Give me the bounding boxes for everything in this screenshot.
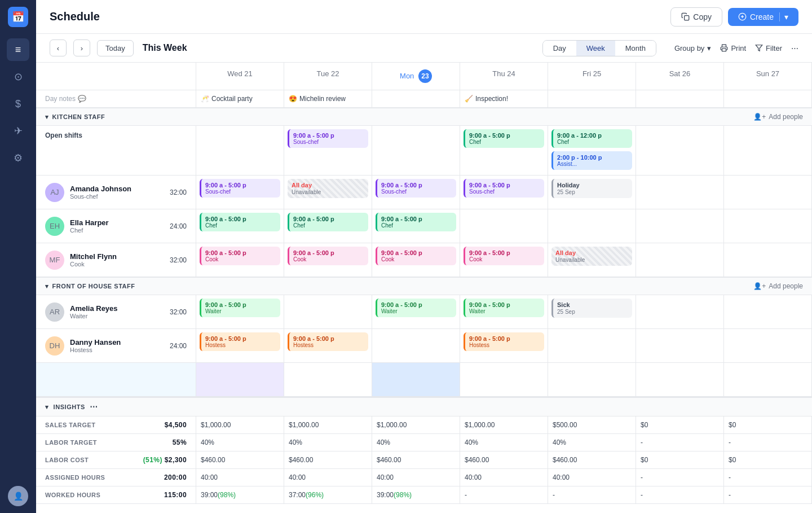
open-shift-mon-kitchen[interactable] [372, 126, 460, 176]
danny-tue[interactable]: 9:00 a - 5:00 p Hostess [284, 329, 372, 363]
mitchel-fri-unavailable[interactable]: All dayUnavailable [551, 247, 632, 266]
amelia-wed[interactable]: 9:00 a - 5:00 p Waiter [196, 295, 284, 329]
ella-fri[interactable] [548, 209, 636, 243]
mitchel-sat[interactable] [636, 243, 724, 277]
amanda-sun[interactable] [724, 176, 812, 209]
ella-mon[interactable]: 9:00 a - 5:00 p Chef [372, 209, 460, 243]
amanda-tue-unavailable[interactable]: All dayUnavailable [288, 179, 368, 198]
amelia-tue[interactable] [284, 295, 372, 329]
danny-wed-shift[interactable]: 9:00 a - 5:00 p Hostess [200, 332, 280, 351]
foh-chevron-down-icon[interactable]: ▾ [45, 283, 49, 290]
ella-sun[interactable] [724, 209, 812, 243]
mitchel-mon[interactable]: 9:00 a - 5:00 p Cook [372, 243, 460, 277]
open-shift-block-thu-kitchen[interactable]: 9:00 a - 5:00 p Chef [464, 129, 544, 148]
mitchel-wed[interactable]: 9:00 a - 5:00 p Cook [196, 243, 284, 277]
mitchel-fri[interactable]: All dayUnavailable [548, 243, 636, 277]
amanda-fri-holiday[interactable]: Holiday25 Sep [551, 179, 632, 198]
mitchel-wed-shift[interactable]: 9:00 a - 5:00 p Cook [200, 247, 280, 265]
user-avatar[interactable]: 👤 [8, 486, 28, 506]
amelia-fri-sick[interactable]: Sick25 Sep [551, 299, 632, 318]
day-notes-fri[interactable] [548, 90, 636, 108]
open-shift-fri-b-kitchen[interactable]: 2:00 p - 10:00 p Assist... [551, 151, 632, 170]
amanda-sat[interactable] [636, 176, 724, 209]
day-notes-thu[interactable]: 🧹 Inspection! [460, 90, 548, 108]
danny-thu[interactable]: 9:00 a - 5:00 p Hostess [460, 329, 548, 363]
amanda-wed-shift[interactable]: 9:00 a - 5:00 p Sous-chef [200, 179, 280, 198]
open-shift-sun-kitchen[interactable] [724, 126, 812, 176]
danny-wed[interactable]: 9:00 a - 5:00 p Hostess [196, 329, 284, 363]
mitchel-tue[interactable]: 9:00 a - 5:00 p Cook [284, 243, 372, 277]
ella-thu[interactable] [460, 209, 548, 243]
print-button[interactable]: Print [720, 44, 746, 52]
amelia-thu[interactable]: 9:00 a - 5:00 p Waiter [460, 295, 548, 329]
tab-month[interactable]: Month [615, 41, 656, 56]
open-shift-fri-kitchen[interactable]: 9:00 a - 12:00 p Chef 2:00 p - 10:00 p A… [548, 126, 636, 176]
insights-more-icon[interactable]: ⋯ [90, 402, 98, 411]
group-by-button[interactable]: Group by ▾ [674, 44, 711, 52]
amanda-wed[interactable]: 9:00 a - 5:00 p Sous-chef [196, 176, 284, 209]
amelia-mon[interactable]: 9:00 a - 5:00 p Waiter [372, 295, 460, 329]
open-shift-fri-a-kitchen[interactable]: 9:00 a - 12:00 p Chef [551, 129, 632, 148]
foh-add-people-button[interactable]: 👤+ Add people [753, 282, 803, 290]
insights-chevron-icon[interactable]: ▾ [45, 404, 49, 411]
next-week-button[interactable]: › [73, 40, 90, 56]
danny-sat[interactable] [636, 329, 724, 363]
open-shift-sat-kitchen[interactable] [636, 126, 724, 176]
amelia-fri[interactable]: Sick25 Sep [548, 295, 636, 329]
mitchel-thu[interactable]: 9:00 a - 5:00 p Cook [460, 243, 548, 277]
more-options-button[interactable]: ⋯ [791, 44, 798, 52]
kitchen-add-people-button[interactable]: 👤+ Add people [753, 113, 803, 121]
tab-day[interactable]: Day [543, 41, 576, 56]
sidebar-item-settings[interactable]: ⚙ [7, 147, 29, 169]
ella-wed[interactable]: 9:00 a - 5:00 p Chef [196, 209, 284, 243]
filter-button[interactable]: Filter [755, 44, 782, 52]
amanda-thu[interactable]: 9:00 a - 5:00 p Sous-chef [460, 176, 548, 209]
amanda-tue[interactable]: All dayUnavailable [284, 176, 372, 209]
amanda-mon-shift[interactable]: 9:00 a - 5:00 p Sous-chef [376, 179, 456, 198]
schedule-area[interactable]: Wed 21 Tue 22 Mon 23 Thu 24 Fri 25 Sat 2… [36, 63, 812, 513]
danny-mon[interactable] [372, 329, 460, 363]
sidebar-item-travel[interactable]: ✈ [7, 120, 29, 142]
amelia-thu-shift[interactable]: 9:00 a - 5:00 p Waiter [464, 299, 544, 317]
danny-tue-shift[interactable]: 9:00 a - 5:00 p Hostess [288, 332, 368, 351]
ella-sat[interactable] [636, 209, 724, 243]
create-dropdown-arrow[interactable]: ▾ [779, 12, 788, 21]
day-notes-tue[interactable]: 😍 Michelin review [284, 90, 372, 108]
day-notes-sat[interactable] [636, 90, 724, 108]
danny-sun[interactable] [724, 329, 812, 363]
danny-fri[interactable] [548, 329, 636, 363]
amanda-mon[interactable]: 9:00 a - 5:00 p Sous-chef [372, 176, 460, 209]
open-shift-tue-kitchen[interactable]: 9:00 a - 5:00 p Sous-chef [284, 126, 372, 176]
amelia-wed-shift[interactable]: 9:00 a - 5:00 p Waiter [200, 299, 280, 317]
chevron-down-icon[interactable]: ▾ [45, 113, 49, 121]
open-shift-block-tue-kitchen[interactable]: 9:00 a - 5:00 p Sous-chef [288, 129, 368, 148]
mitchel-mon-shift[interactable]: 9:00 a - 5:00 p Cook [376, 247, 456, 265]
amelia-sun[interactable] [724, 295, 812, 329]
prev-week-button[interactable]: ‹ [50, 40, 67, 56]
amelia-sat[interactable] [636, 295, 724, 329]
amelia-mon-shift[interactable]: 9:00 a - 5:00 p Waiter [376, 299, 456, 317]
sidebar-item-schedule[interactable]: ≡ [7, 38, 29, 61]
copy-button[interactable]: Copy [670, 7, 722, 27]
sidebar-item-billing[interactable]: $ [7, 93, 29, 115]
ella-tue-shift[interactable]: 9:00 a - 5:00 p Chef [288, 213, 368, 231]
ella-wed-shift[interactable]: 9:00 a - 5:00 p Chef [200, 213, 280, 231]
mitchel-sun[interactable] [724, 243, 812, 277]
day-notes-wed[interactable]: 🥂 Cocktail party [196, 90, 284, 108]
danny-thu-shift[interactable]: 9:00 a - 5:00 p Hostess [464, 332, 544, 351]
open-shift-wed-kitchen[interactable] [196, 126, 284, 176]
day-notes-mon[interactable] [372, 90, 460, 108]
amanda-fri[interactable]: Holiday25 Sep [548, 176, 636, 209]
tab-week[interactable]: Week [576, 41, 615, 56]
open-shift-thu-kitchen[interactable]: 9:00 a - 5:00 p Chef [460, 126, 548, 176]
sidebar-item-clock[interactable]: ⊙ [7, 65, 29, 88]
partial-sun [724, 363, 812, 397]
amanda-thu-shift[interactable]: 9:00 a - 5:00 p Sous-chef [464, 179, 544, 198]
ella-mon-shift[interactable]: 9:00 a - 5:00 p Chef [376, 213, 456, 231]
ella-tue[interactable]: 9:00 a - 5:00 p Chef [284, 209, 372, 243]
create-button[interactable]: Create ▾ [728, 8, 798, 26]
mitchel-tue-shift[interactable]: 9:00 a - 5:00 p Cook [288, 247, 368, 265]
day-notes-sun[interactable] [724, 90, 812, 108]
mitchel-thu-shift[interactable]: 9:00 a - 5:00 p Cook [464, 247, 544, 265]
today-button[interactable]: Today [97, 40, 134, 56]
